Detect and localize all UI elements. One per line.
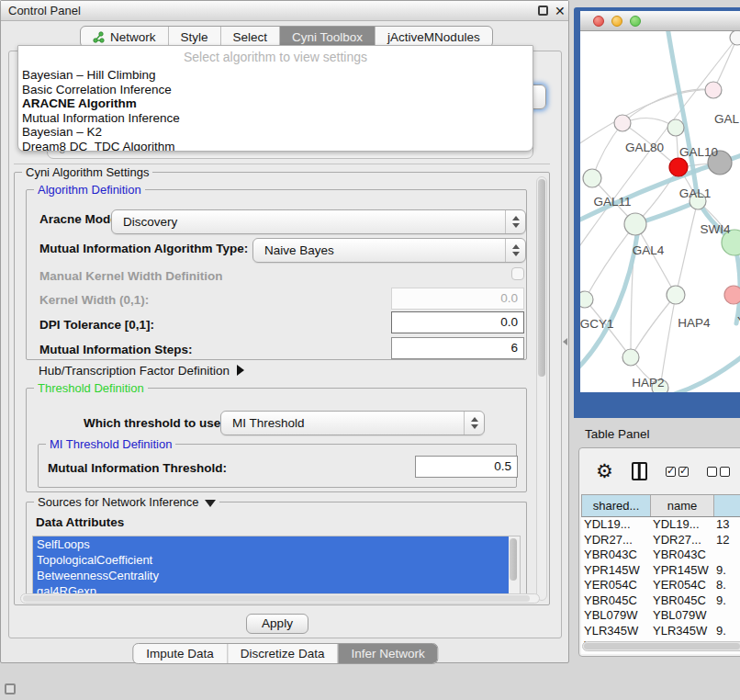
network-node[interactable] bbox=[614, 115, 631, 131]
algorithm-option[interactable]: Bayesian – Hill Climbing bbox=[18, 68, 533, 83]
scrollbar-thumb[interactable] bbox=[584, 643, 740, 649]
table-row[interactable]: YBR043CYBR043C bbox=[581, 548, 740, 563]
mi-steps-field[interactable]: 6 bbox=[391, 337, 524, 359]
manual-kernel-width-label: Manual Kernel Width Definition bbox=[39, 269, 222, 283]
tab-select-label: Select bbox=[233, 30, 268, 44]
network-node[interactable] bbox=[622, 349, 639, 366]
network-edge bbox=[676, 201, 698, 295]
table-row[interactable]: YER054CYER054C8. bbox=[581, 578, 740, 593]
cyni-algorithm-settings-group: Cyni Algorithm Settings Algorithm Defini… bbox=[14, 172, 550, 605]
scrollbar-thumb[interactable] bbox=[510, 538, 517, 581]
tab-jactivemnodules[interactable]: jActiveMNodules bbox=[376, 27, 492, 47]
network-node[interactable] bbox=[583, 169, 601, 187]
data-attribute-item[interactable]: SelfLoops bbox=[33, 536, 520, 552]
network-edge bbox=[635, 224, 676, 295]
close-icon[interactable]: ✕ bbox=[555, 2, 566, 20]
table-cell: YBL079W bbox=[650, 608, 713, 624]
collapsed-panel-icon[interactable] bbox=[5, 683, 16, 694]
aracne-mode-select[interactable]: Discovery bbox=[111, 209, 526, 234]
network-node[interactable] bbox=[724, 286, 740, 304]
scrollbar-thumb[interactable] bbox=[538, 179, 545, 377]
table-row[interactable]: YBR045CYBR045C9. bbox=[581, 593, 740, 609]
network-graph: GALGAL80GAL10GAL1GAL11SWI4GAL4GCY1HAP4YH… bbox=[580, 31, 740, 392]
table-cell: YBR045C bbox=[581, 593, 650, 609]
splitpane-collapse-arrow[interactable] bbox=[563, 338, 567, 345]
table-row[interactable]: YDR27...YDR27...12 bbox=[581, 533, 740, 548]
float-panel-icon[interactable] bbox=[538, 6, 548, 16]
network-node[interactable] bbox=[705, 82, 722, 98]
manual-kernel-width-checkbox[interactable] bbox=[511, 267, 524, 280]
apply-button[interactable]: Apply bbox=[246, 614, 308, 634]
table-cell: YER054C bbox=[581, 578, 650, 593]
data-attribute-item[interactable]: TopologicalCoefficient bbox=[33, 552, 520, 568]
data-attribute-item[interactable]: BetweennessCentrality bbox=[33, 568, 520, 583]
table-row[interactable]: YDL19...YDL19...13 bbox=[581, 517, 740, 533]
table-horizontal-scrollbar[interactable] bbox=[582, 641, 740, 651]
close-window-button[interactable] bbox=[593, 16, 604, 27]
mi-threshold-field[interactable]: 0.5 bbox=[415, 456, 518, 478]
bottom-tab-infer-network[interactable]: Infer Network bbox=[338, 644, 437, 663]
column-header[interactable]: shared... bbox=[582, 495, 651, 516]
network-node[interactable] bbox=[669, 158, 688, 176]
network-canvas[interactable]: GALGAL80GAL10GAL1GAL11SWI4GAL4GCY1HAP4YH… bbox=[580, 31, 740, 392]
mi-type-value: Naive Bayes bbox=[264, 243, 334, 257]
aracne-mode-value: Discovery bbox=[123, 215, 177, 229]
table-cell: 13 bbox=[713, 517, 740, 533]
algorithm-option[interactable]: Basic Correlation Inference bbox=[18, 83, 533, 97]
node-label: GAL4 bbox=[633, 243, 665, 257]
algorithm-option[interactable]: Bayesian – K2 bbox=[18, 125, 533, 140]
table-row[interactable]: YPR145WYPR145W9. bbox=[581, 563, 740, 579]
kernel-width-field[interactable]: 0.0 bbox=[391, 288, 524, 310]
table-row[interactable]: YBL079WYBL079W bbox=[581, 608, 740, 624]
tab-cyni-toolbox[interactable]: Cyni Toolbox bbox=[280, 27, 376, 47]
sources-group-title[interactable]: Sources for Network Inference bbox=[34, 495, 219, 509]
algorithm-option[interactable]: Mutual Information Inference bbox=[18, 111, 533, 126]
table-cell: 9. bbox=[713, 563, 740, 579]
network-node[interactable] bbox=[624, 213, 646, 235]
dpi-tolerance-field[interactable]: 0.0 bbox=[391, 311, 524, 333]
network-node[interactable] bbox=[580, 291, 593, 308]
combo-arrows-icon bbox=[505, 210, 525, 233]
control-panel-titlebar: Control Panel ✕ bbox=[1, 1, 568, 21]
column-header[interactable]: A bbox=[714, 495, 740, 516]
table-cell bbox=[713, 548, 740, 563]
minimize-window-button[interactable] bbox=[611, 16, 622, 27]
control-panel-title: Control Panel bbox=[8, 1, 81, 21]
network-edge-highlighted bbox=[667, 31, 740, 253]
attributes-scrollbar[interactable] bbox=[509, 536, 520, 599]
algorithm-option[interactable]: Dream8 DC_TDC Algorithm bbox=[18, 140, 533, 152]
network-edge bbox=[631, 295, 676, 357]
mi-threshold-label: Mutual Information Threshold: bbox=[48, 461, 227, 475]
scrollbar-thumb[interactable] bbox=[23, 595, 530, 602]
zoom-window-button[interactable] bbox=[630, 16, 641, 27]
column-header[interactable]: name bbox=[651, 495, 714, 516]
tab-style[interactable]: Style bbox=[169, 27, 221, 47]
settings-horizontal-scrollbar[interactable] bbox=[20, 593, 540, 604]
network-edge-highlighted bbox=[658, 353, 740, 392]
table-cell: YBR043C bbox=[650, 548, 713, 563]
deselect-all-icon[interactable] bbox=[707, 467, 730, 477]
gear-icon[interactable]: ⚙ bbox=[596, 462, 613, 480]
settings-vertical-scrollbar[interactable] bbox=[536, 176, 547, 601]
network-node[interactable] bbox=[667, 119, 684, 136]
column-visibility-icon[interactable] bbox=[632, 462, 647, 480]
unchecked-box-icon bbox=[720, 467, 730, 477]
table-panel-title: Table Panel bbox=[585, 427, 650, 441]
bottom-tab-discretize-data[interactable]: Discretize Data bbox=[228, 644, 339, 663]
mi-algorithm-type-select[interactable]: Naive Bayes bbox=[252, 238, 526, 263]
mi-threshold-group-title: MI Threshold Definition bbox=[46, 437, 175, 451]
table-header-row: shared...nameA bbox=[581, 494, 740, 517]
hub-tf-definition-toggle[interactable]: Hub/Transcription Factor Definition bbox=[39, 364, 244, 378]
algorithm-option[interactable]: ARACNE Algorithm bbox=[18, 96, 533, 111]
table-panel: ⚙ shared...nameA YDL19...YDL19...13YDR27… bbox=[578, 447, 740, 657]
network-node[interactable] bbox=[730, 31, 740, 45]
checked-box-icon bbox=[666, 467, 676, 477]
which-threshold-select[interactable]: MI Threshold bbox=[220, 411, 485, 435]
collapsed-arrow-icon bbox=[237, 365, 244, 376]
bottom-tab-impute-data[interactable]: Impute Data bbox=[133, 644, 228, 663]
tab-network[interactable]: Network bbox=[81, 27, 169, 47]
select-all-icon[interactable] bbox=[666, 467, 689, 477]
network-node[interactable] bbox=[667, 286, 685, 304]
table-row[interactable]: YLR345WYLR345W9. bbox=[581, 624, 740, 639]
tab-select[interactable]: Select bbox=[221, 27, 281, 47]
